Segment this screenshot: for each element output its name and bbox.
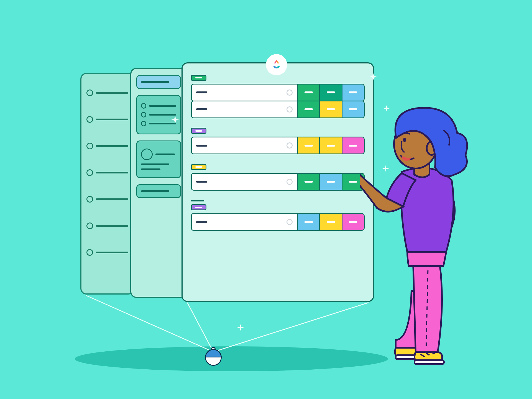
task-group: [191, 128, 365, 155]
status-cell: [319, 85, 341, 101]
task-group: [191, 164, 365, 191]
status-cell: [319, 214, 341, 230]
status-cell: [297, 137, 319, 154]
task-row: [191, 213, 365, 231]
task-title-cell: [192, 214, 297, 230]
svg-line-2: [213, 303, 369, 352]
person-illustration: [360, 97, 477, 369]
illustration-stage: [0, 0, 532, 399]
task-row: [191, 137, 365, 154]
sparkle-icon: [370, 73, 377, 80]
background-panel-list: [80, 73, 134, 295]
group-label-line: [191, 200, 204, 201]
group-tag: [191, 75, 206, 81]
list-item: [86, 138, 128, 154]
background-panel-cards: [130, 68, 187, 298]
status-cell: [319, 101, 341, 117]
task-row: [191, 101, 365, 118]
group-tag: [191, 128, 206, 134]
list-item: [86, 191, 128, 207]
clickup-logo-badge: [266, 54, 287, 75]
task-title-cell: [192, 85, 297, 101]
list-item: [86, 245, 128, 260]
card-header: [136, 75, 181, 89]
list-item: [86, 218, 128, 234]
sparkle-icon: [237, 324, 244, 331]
task-group: [191, 200, 365, 231]
svg-point-8: [403, 138, 406, 142]
card-line: [136, 184, 181, 198]
task-row: [191, 84, 365, 101]
status-cell: [297, 101, 319, 117]
task-row: [191, 173, 365, 191]
card-avatar: [136, 140, 181, 178]
floor-shadow: [75, 346, 388, 371]
svg-line-1: [187, 303, 213, 352]
sparkle-icon: [171, 116, 179, 124]
card-bullets: [136, 95, 181, 134]
group-tag: [191, 164, 206, 170]
list-item: [86, 85, 128, 101]
hologram-projector: [205, 349, 222, 366]
group-tag: [191, 204, 206, 210]
status-cell: [319, 137, 341, 154]
foreground-panel-table: [181, 62, 374, 302]
task-group: [191, 75, 365, 118]
svg-line-0: [86, 295, 213, 352]
task-title-cell: [192, 101, 297, 117]
status-cell: [319, 174, 341, 190]
list-item: [86, 112, 128, 127]
task-title-cell: [192, 174, 297, 190]
clickup-logo-icon: [270, 58, 283, 71]
task-title-cell: [192, 137, 297, 154]
status-cell: [297, 85, 319, 101]
status-cell: [297, 174, 319, 190]
list-item: [86, 165, 128, 180]
svg-rect-5: [415, 360, 444, 364]
status-cell: [297, 214, 319, 230]
